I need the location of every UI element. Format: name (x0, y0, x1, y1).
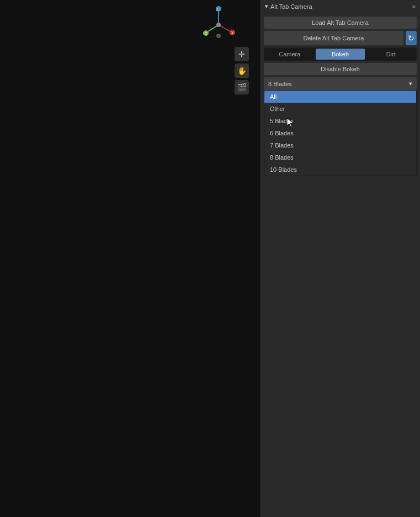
svg-text:X: X (231, 31, 234, 35)
camera-tool-icon[interactable]: 🎬 (235, 80, 249, 94)
disable-bokeh-button[interactable]: Disable Bokeh (264, 63, 417, 75)
dropdown-chevron-icon: ▾ (409, 80, 412, 87)
camera-tabs: Camera Bokeh Dirt (264, 48, 417, 61)
refresh-button[interactable]: ↻ (406, 31, 417, 45)
dropdown-option-10blades[interactable]: 10 Blades (264, 163, 416, 176)
panel-options: ≡ (412, 3, 416, 9)
svg-text:Y: Y (205, 31, 208, 35)
collapse-icon[interactable]: ▾ (265, 3, 268, 10)
hand-tool-icon[interactable]: ✋ (235, 64, 249, 78)
properties-panel: ▾ Alt Tab Camera ≡ Load Alt Tab Camera D… (260, 0, 420, 517)
tab-dirt[interactable]: Dirt (366, 49, 416, 60)
panel-body: Load Alt Tab Camera Delete Alt Tab Camer… (260, 13, 420, 177)
panel-menu-icon[interactable]: ≡ (412, 3, 416, 9)
panel-title: Alt Tab Camera (270, 3, 312, 10)
grab-tool-icon[interactable]: ✛ (235, 47, 249, 61)
gizmo: Z X Y (199, 6, 238, 44)
blades-dropdown[interactable]: 8 Blades ▾ (264, 77, 417, 90)
dropdown-option-other[interactable]: Other (264, 103, 416, 115)
svg-text:Z: Z (216, 7, 219, 11)
load-alt-tab-camera-button[interactable]: Load Alt Tab Camera (264, 17, 417, 29)
delete-alt-tab-camera-button[interactable]: Delete Alt Tab Camera (264, 31, 403, 45)
tab-camera[interactable]: Camera (265, 49, 315, 60)
dropdown-option-6blades[interactable]: 6 Blades (264, 127, 416, 139)
blades-dropdown-menu: All Other 5 Blades 6 Blades 7 Blades 8 B… (264, 90, 417, 176)
panel-title-area: ▾ Alt Tab Camera (265, 3, 312, 10)
tab-bokeh[interactable]: Bokeh (316, 49, 365, 60)
delete-refresh-row: Delete Alt Tab Camera ↻ (264, 31, 417, 45)
dropdown-option-8blades[interactable]: 8 Blades (264, 151, 416, 163)
blades-dropdown-wrapper: 8 Blades ▾ All Other 5 Blades 6 Blades 7… (264, 77, 417, 90)
viewport-toolbar: ✛ ✋ 🎬 (235, 47, 249, 94)
dropdown-option-all[interactable]: All (264, 91, 416, 103)
svg-point-6 (216, 23, 221, 27)
dropdown-option-5blades[interactable]: 5 Blades (264, 115, 416, 127)
panel-header: ▾ Alt Tab Camera ≡ (260, 0, 420, 13)
dropdown-selected-label: 8 Blades (268, 81, 292, 87)
dropdown-option-7blades[interactable]: 7 Blades (264, 139, 416, 151)
svg-point-7 (216, 34, 221, 38)
